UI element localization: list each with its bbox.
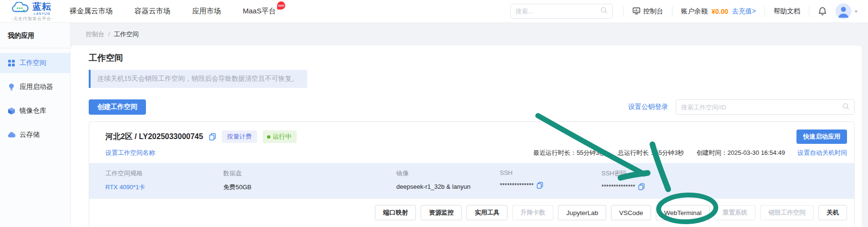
divider xyxy=(623,6,624,17)
shutdown-notice-banner: 连续关机15天会销毁工作空间，销毁后会导致数据清空且不可恢复。 xyxy=(89,70,307,88)
nav-item-app-market[interactable]: 应用市场 xyxy=(192,7,221,16)
divider xyxy=(0,48,70,48)
cube-icon xyxy=(8,107,15,115)
divider xyxy=(672,6,672,17)
content-panel: 工作空间 连续关机15天会销毁工作空间，销毁后会导致数据清空且不可恢复。 创建工… xyxy=(71,45,862,227)
recharge-link[interactable]: 去充值> xyxy=(732,7,756,16)
breadcrumb-current: 工作空间 xyxy=(114,30,139,39)
main-area: 控制台 / 工作空间 工作空间 连续关机15天会销毁工作空间，销毁后会导致数据清… xyxy=(71,23,868,227)
port-mapping-button[interactable]: 端口映射 xyxy=(375,205,416,220)
reset-system-button: 重置系统 xyxy=(714,205,755,220)
divider xyxy=(765,6,765,17)
spec-ssh: SSH ************** xyxy=(500,169,601,192)
set-pubkey-link[interactable]: 设置公钥登录 xyxy=(628,103,668,111)
navbar-right-group: 控制台 账户余额 ¥0.00 去充值> 帮助文档 ▾ xyxy=(615,3,858,19)
workspace-search-box[interactable] xyxy=(676,99,855,115)
notification-bell-icon[interactable] xyxy=(818,7,827,16)
sidebar-item-workspace[interactable]: 工作空间 xyxy=(0,53,70,73)
shutdown-button[interactable]: 关机 xyxy=(818,205,847,220)
user-menu[interactable]: ▾ xyxy=(836,3,858,19)
grid-icon xyxy=(8,59,15,67)
sidebar: 我的应用 工作空间 应用启动器 xyxy=(0,23,71,227)
sidebar-item-image-repo[interactable]: 镜像仓库 xyxy=(0,101,70,121)
stat-recent-runtime: 最近运行时长：55分钟3秒 xyxy=(533,149,606,157)
nav-item-container-cloud[interactable]: 容器云市场 xyxy=(134,7,170,16)
breadcrumb-separator: / xyxy=(108,31,110,38)
resource-monitor-button[interactable]: 资源监控 xyxy=(421,205,462,220)
brand-tagline: -元生代智算云平台- xyxy=(11,17,53,21)
gpu-spec-link[interactable]: RTX 4090*1卡 xyxy=(105,183,223,192)
workspace-actions: 端口映射 资源监控 实用工具 升降卡数 JupyterLab VSCode We… xyxy=(89,199,854,227)
stat-created-time: 创建时间：2025-03-30 16:54:49 xyxy=(696,149,785,157)
lightbulb-icon xyxy=(8,83,15,91)
spec-gpu: 工作空间规格 RTX 4090*1卡 xyxy=(105,169,223,192)
nav-item-bare-metal[interactable]: 裸金属云市场 xyxy=(70,7,113,16)
brand-sub: LANYUN xyxy=(34,12,50,15)
divider xyxy=(809,6,809,17)
spec-data-disk: 数据盘 免费50GB xyxy=(223,169,396,192)
scale-gpu-button: 升降卡数 xyxy=(512,205,553,220)
breadcrumb-console[interactable]: 控制台 xyxy=(86,30,104,39)
create-workspace-button[interactable]: 创建工作空间 xyxy=(89,99,146,115)
avatar[interactable] xyxy=(836,3,851,19)
global-search-box[interactable] xyxy=(510,4,613,19)
copy-icon[interactable] xyxy=(209,133,216,141)
account-balance: 账户余额 ¥0.00 去充值> xyxy=(681,7,756,16)
status-dot xyxy=(267,135,270,139)
workspace-card: 河北2区 / LY2025033000745 按量计费 运行中 快速启动应用 xyxy=(89,121,855,227)
webterminal-button[interactable]: WebTerminal xyxy=(656,205,710,220)
spec-ssh-password: SSH密码 ************** xyxy=(601,169,854,192)
brand-logo[interactable]: 蓝耘 LANYUN -元生代智算云平台- xyxy=(11,2,53,21)
jupyterlab-button[interactable]: JupyterLab xyxy=(558,205,606,220)
console-icon xyxy=(632,7,641,16)
search-icon xyxy=(842,103,849,112)
sidebar-item-cloud-storage[interactable]: 云存储 xyxy=(0,125,70,145)
workspace-name: 河北2区 / LY2025033000745 xyxy=(105,132,203,142)
top-nav-menu: 裸金属云市场 容器云市场 应用市场 MaaS平台 HOT xyxy=(70,7,276,16)
vscode-button[interactable]: VSCode xyxy=(611,205,651,220)
billing-tag: 按量计费 xyxy=(222,130,257,143)
rename-workspace-link[interactable]: 设置工作空间名称 xyxy=(105,149,155,157)
stat-total-runtime: 总运行时长：55分钟3秒 xyxy=(618,149,684,157)
global-search-input[interactable] xyxy=(516,8,600,15)
hot-flame-badge: HOT xyxy=(277,1,285,10)
copy-ssh-password-icon[interactable] xyxy=(638,183,645,190)
workspace-search-input[interactable] xyxy=(681,104,842,111)
brand-name: 蓝耘 xyxy=(32,2,52,11)
workspace-stats: 最近运行时长：55分钟3秒 总运行时长：55分钟3秒 创建时间：2025-03-… xyxy=(533,149,847,157)
auto-shutdown-link[interactable]: 设置自动关机时间 xyxy=(797,149,847,157)
search-icon xyxy=(600,7,608,16)
sidebar-header: 我的应用 xyxy=(0,23,70,48)
destroy-workspace-button: 销毁工作空间 xyxy=(760,205,814,220)
breadcrumb: 控制台 / 工作空间 xyxy=(71,23,868,45)
top-navbar: 蓝耘 LANYUN -元生代智算云平台- 裸金属云市场 容器云市场 应用市场 M… xyxy=(0,0,868,23)
help-docs-link[interactable]: 帮助文档 xyxy=(774,7,800,16)
sidebar-item-label: 云存储 xyxy=(20,130,40,139)
utility-tools-button[interactable]: 实用工具 xyxy=(466,205,507,220)
toolbar-row: 创建工作空间 设置公钥登录 xyxy=(89,99,855,115)
quick-launch-button[interactable]: 快速启动应用 xyxy=(796,130,847,144)
spec-strip: 工作空间规格 RTX 4090*1卡 数据盘 免费50GB 镜像 deepsee… xyxy=(89,163,854,199)
chevron-down-icon: ▾ xyxy=(855,9,858,14)
copy-ssh-icon[interactable] xyxy=(537,182,543,189)
sidebar-item-label: 工作空间 xyxy=(20,59,46,67)
page-title: 工作空间 xyxy=(89,52,855,64)
balance-value: ¥0.00 xyxy=(712,8,728,15)
console-link[interactable]: 控制台 xyxy=(632,7,663,16)
sidebar-item-app-launcher[interactable]: 应用启动器 xyxy=(0,77,70,97)
sidebar-item-label: 应用启动器 xyxy=(20,83,53,91)
nav-item-maas[interactable]: MaaS平台 HOT xyxy=(243,7,276,16)
cloud-icon xyxy=(8,132,15,138)
status-badge: 运行中 xyxy=(263,130,297,143)
sidebar-item-label: 镜像仓库 xyxy=(20,107,46,115)
balance-label: 账户余额 xyxy=(681,7,708,16)
spec-image: 镜像 deepseek-r1_32b & lanyun xyxy=(396,169,500,192)
cloud-logo-icon xyxy=(11,2,30,15)
